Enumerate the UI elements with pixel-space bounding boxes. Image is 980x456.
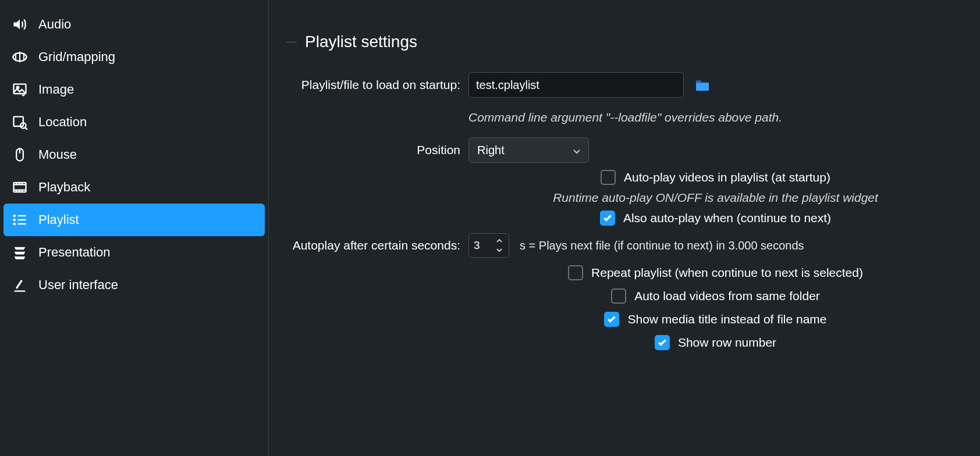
- sidebar-item-playlist[interactable]: Playlist: [3, 204, 265, 236]
- position-select-value: Right: [477, 144, 505, 157]
- startup-file-input[interactable]: [468, 72, 684, 98]
- sidebar-item-label: User interface: [38, 277, 118, 293]
- autoplay-runtime-hint: Runtime auto-play ON/OFF is available in…: [553, 191, 878, 205]
- sidebar-item-user-interface[interactable]: User interface: [3, 269, 265, 301]
- show-media-title-label: Show media title instead of file name: [627, 312, 826, 326]
- show-row-number-label: Show row number: [678, 336, 776, 350]
- main-panel: Playlist settings Playlist/file to load …: [269, 0, 980, 456]
- sidebar-item-playback[interactable]: Playback: [3, 171, 265, 204]
- sidebar-item-label: Presentation: [38, 245, 111, 260]
- sidebar-item-location[interactable]: Location: [3, 106, 265, 138]
- browse-button[interactable]: [694, 78, 711, 92]
- autoplay-startup-checkbox[interactable]: [601, 170, 616, 185]
- position-label: Position: [286, 143, 468, 157]
- image-icon: [12, 81, 28, 98]
- startup-file-label: Playlist/file to load on startup:: [286, 78, 468, 92]
- autoload-same-folder-checkbox[interactable]: [611, 288, 626, 304]
- chevron-down-icon: [572, 145, 581, 155]
- sidebar: Audio Grid/mapping Image: [0, 0, 269, 456]
- sidebar-item-label: Playback: [38, 180, 90, 195]
- show-row-number-checkbox[interactable]: [655, 335, 670, 350]
- show-media-title-checkbox[interactable]: [604, 312, 619, 327]
- also-autoplay-label: Also auto-play when (continue to next): [623, 211, 831, 225]
- user-interface-icon: [12, 277, 28, 293]
- sidebar-item-audio[interactable]: Audio: [3, 8, 265, 41]
- audio-icon: [12, 16, 28, 33]
- playback-icon: [12, 179, 28, 195]
- also-autoplay-checkbox[interactable]: [600, 211, 615, 226]
- presentation-icon: [12, 244, 28, 261]
- startup-file-hint: Command line argument "--loadfile" overr…: [468, 111, 782, 124]
- repeat-playlist-label: Repeat playlist (when continue to next i…: [591, 266, 863, 280]
- grid-icon: [12, 49, 28, 65]
- stepper-down-icon[interactable]: [491, 245, 507, 255]
- svg-line-8: [25, 127, 27, 130]
- autoplay-seconds-label: Autoplay after certain seconds:: [286, 238, 468, 252]
- autoload-same-folder-label: Auto load videos from same folder: [634, 289, 820, 303]
- section-title-row: Playlist settings: [286, 33, 963, 51]
- sidebar-item-label: Audio: [38, 17, 71, 32]
- divider: [286, 42, 297, 42]
- sidebar-item-label: Grid/mapping: [38, 49, 115, 65]
- section-title: Playlist settings: [305, 33, 417, 51]
- sidebar-item-label: Location: [38, 115, 87, 130]
- sidebar-item-label: Playlist: [38, 212, 79, 227]
- svg-point-20: [14, 215, 15, 216]
- sidebar-item-image[interactable]: Image: [3, 73, 265, 106]
- sidebar-item-grid-mapping[interactable]: Grid/mapping: [3, 41, 265, 73]
- sidebar-item-label: Image: [38, 82, 74, 97]
- sidebar-item-label: Mouse: [38, 147, 77, 162]
- sidebar-item-presentation[interactable]: Presentation: [3, 236, 265, 269]
- autoplay-seconds-suffix: s = Plays next file (if continue to next…: [520, 239, 804, 252]
- repeat-playlist-checkbox[interactable]: [568, 265, 583, 280]
- mouse-icon: [12, 147, 28, 163]
- autoplay-seconds-stepper[interactable]: [468, 233, 509, 258]
- svg-rect-6: [14, 117, 23, 126]
- stepper-up-icon[interactable]: [491, 236, 507, 245]
- playlist-icon: [12, 212, 28, 228]
- sidebar-item-mouse[interactable]: Mouse: [3, 138, 265, 171]
- svg-point-22: [14, 223, 15, 225]
- location-icon: [12, 114, 28, 130]
- svg-point-21: [14, 219, 15, 220]
- autoplay-seconds-input[interactable]: [469, 234, 491, 257]
- autoplay-startup-label: Auto-play videos in playlist (at startup…: [624, 170, 830, 184]
- position-select[interactable]: Right: [468, 137, 589, 163]
